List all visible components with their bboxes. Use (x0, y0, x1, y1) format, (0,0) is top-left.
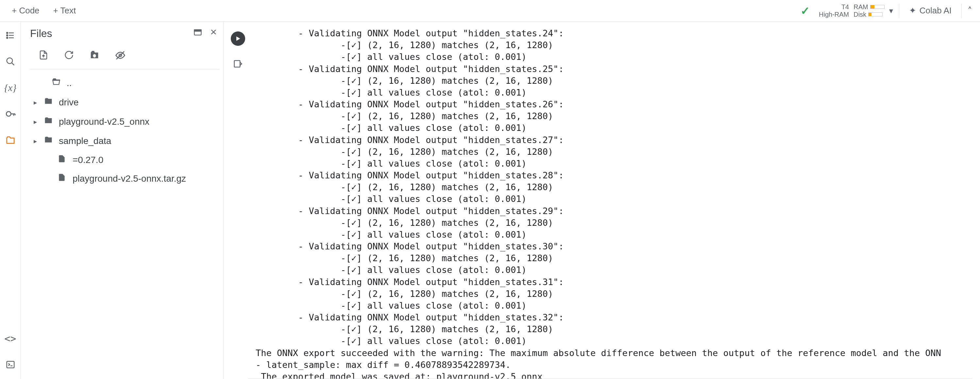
notebook-area: - Validating ONNX Model output "hidden_s… (224, 22, 980, 379)
runtime-hardware: T4 (842, 3, 849, 11)
runtime-status[interactable]: T4 High-RAM RAM Disk ▾ (819, 3, 893, 18)
divider (899, 3, 899, 18)
folder-icon (52, 77, 62, 89)
connected-check-icon: ✓ (800, 4, 810, 18)
colab-ai-label: Colab AI (920, 6, 951, 16)
secrets-icon[interactable] (4, 107, 17, 120)
tree-row[interactable]: playground-v2.5-onnx.tar.gz (30, 169, 220, 188)
refresh-icon[interactable] (64, 50, 74, 63)
svg-rect-21 (234, 61, 240, 67)
sparkle-icon: ✦ (909, 6, 916, 16)
search-icon[interactable] (4, 55, 17, 68)
toc-icon[interactable] (4, 29, 17, 42)
chevron-right-icon[interactable]: ▸ (31, 118, 39, 126)
file-icon (57, 155, 68, 165)
svg-point-4 (6, 35, 8, 36)
notebook-toolbar: + Code + Text ✓ T4 High-RAM RAM Disk ▾ ✦… (0, 0, 980, 22)
colab-ai-button[interactable]: ✦ Colab AI (905, 3, 956, 18)
collapse-header-icon[interactable]: ˄ (967, 5, 972, 16)
close-panel-icon[interactable]: × (210, 28, 217, 39)
code-snippets-icon[interactable]: <> (4, 332, 17, 345)
tree-item-label: .. (67, 78, 72, 88)
runtime-ram-mode: High-RAM (819, 11, 849, 18)
chevron-right-icon[interactable]: ▸ (31, 137, 39, 145)
ram-meter (870, 5, 885, 9)
tree-row[interactable]: .. (30, 73, 220, 93)
svg-point-8 (6, 112, 11, 116)
terminal-icon[interactable] (4, 358, 17, 371)
svg-rect-15 (194, 30, 201, 31)
activity-rail: {x} <> (0, 22, 21, 379)
variables-icon[interactable]: {x} (4, 81, 17, 94)
cell-gutter (228, 22, 248, 379)
folder-icon (44, 116, 54, 127)
tree-row[interactable]: ▸playground-v2.5_onnx (30, 112, 220, 131)
hide-hidden-icon[interactable] (115, 50, 126, 63)
cell-output[interactable]: - Validating ONNX Model output "hidden_s… (248, 22, 972, 379)
files-panel: Files × ..▸drive▸playground-v2.5_onn (21, 22, 224, 379)
svg-point-6 (6, 58, 13, 64)
files-icon[interactable] (4, 134, 17, 147)
tree-item-label: playground-v2.5_onnx (59, 117, 150, 127)
file-tree: ..▸drive▸playground-v2.5_onnx▸sample_dat… (30, 73, 220, 188)
svg-line-7 (11, 63, 14, 66)
runtime-dropdown-icon[interactable]: ▾ (889, 6, 893, 15)
chevron-right-icon[interactable]: ▸ (31, 99, 39, 106)
svg-marker-20 (236, 36, 240, 41)
run-cell-button[interactable] (231, 31, 245, 46)
tree-row[interactable]: ▸drive (30, 93, 220, 112)
tree-item-label: drive (59, 97, 79, 108)
divider (961, 3, 962, 18)
disk-label: Disk (853, 11, 866, 18)
add-code-button[interactable]: + Code (8, 3, 43, 18)
folder-icon (44, 96, 54, 108)
new-window-icon[interactable] (193, 28, 202, 39)
svg-point-3 (6, 32, 8, 34)
files-toolbar (30, 49, 220, 69)
svg-rect-12 (6, 361, 14, 368)
tree-item-label: =0.27.0 (73, 155, 103, 165)
files-panel-title: Files (30, 27, 52, 40)
tree-row[interactable]: ▸sample_data (30, 131, 220, 150)
disk-meter (868, 13, 883, 16)
ram-label: RAM (853, 3, 868, 11)
tree-item-label: sample_data (59, 136, 111, 146)
tree-item-label: playground-v2.5-onnx.tar.gz (73, 173, 186, 184)
upload-file-icon[interactable] (38, 50, 48, 63)
mount-drive-icon[interactable] (89, 50, 99, 63)
folder-icon (44, 135, 54, 147)
file-icon (57, 173, 68, 184)
clear-output-icon[interactable] (232, 58, 244, 70)
tree-row[interactable]: =0.27.0 (30, 150, 220, 169)
add-text-button[interactable]: + Text (49, 3, 80, 18)
svg-point-5 (6, 37, 8, 38)
